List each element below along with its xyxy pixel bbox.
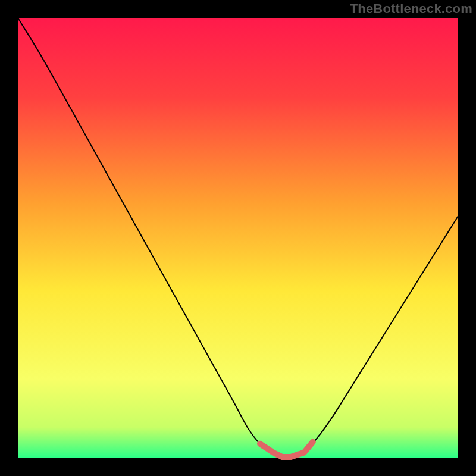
attribution-text: TheBottleneck.com: [350, 1, 472, 17]
chart-frame: TheBottleneck.com: [0, 0, 476, 476]
plot-background: [18, 18, 458, 458]
chart-svg: [0, 0, 476, 476]
